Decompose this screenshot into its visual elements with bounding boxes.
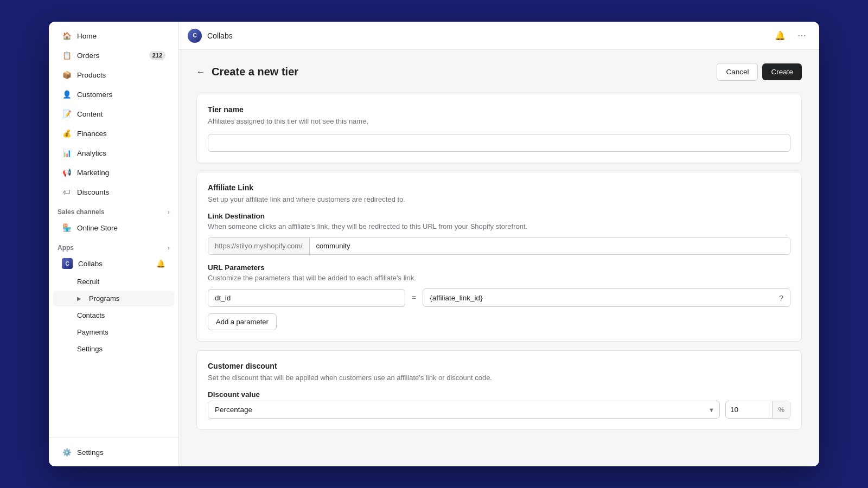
content-icon: 📝 bbox=[62, 109, 72, 119]
sidebar-item-collabs[interactable]: C Collabs 🔔 bbox=[53, 254, 174, 273]
discount-value-label: Discount value bbox=[208, 390, 790, 399]
finances-icon: 💰 bbox=[62, 129, 72, 138]
sidebar-item-orders[interactable]: 📋 Orders 212 bbox=[53, 46, 174, 65]
link-destination-desc: When someone clicks an affiliate's link,… bbox=[208, 222, 790, 230]
notification-bell-icon: 🔔 bbox=[156, 259, 165, 268]
sidebar-sub-item-programs[interactable]: ▶ Programs bbox=[53, 291, 174, 306]
page-header-left: ← Create a new tier bbox=[196, 66, 298, 78]
collabs-app-icon: C bbox=[62, 258, 73, 269]
sidebar-sub-item-contacts[interactable]: Contacts bbox=[53, 307, 174, 323]
sidebar-item-customers[interactable]: 👤 Customers bbox=[53, 85, 174, 104]
param-help-button[interactable]: ? bbox=[773, 289, 790, 306]
param-value-wrapper: ? bbox=[423, 288, 790, 307]
sidebar-sub-item-payments[interactable]: Payments bbox=[53, 324, 174, 340]
store-icon: 🏪 bbox=[62, 223, 72, 233]
question-mark-icon: ? bbox=[779, 293, 783, 303]
customer-discount-title: Customer discount bbox=[208, 362, 790, 370]
sidebar: 🏠 Home 📋 Orders 212 📦 Products 👤 Custome… bbox=[49, 22, 179, 466]
customer-discount-desc: Set the discount that will be applied wh… bbox=[208, 374, 790, 382]
url-input-wrapper: https://stilyo.myshopify.com/ bbox=[208, 237, 790, 255]
sidebar-item-settings[interactable]: ⚙️ Settings bbox=[53, 443, 174, 461]
orders-badge: 212 bbox=[149, 51, 165, 60]
back-button[interactable]: ← bbox=[196, 67, 205, 77]
affiliate-link-card: Affiliate Link Set up your affiliate lin… bbox=[196, 172, 802, 342]
url-suffix-input[interactable] bbox=[310, 237, 790, 254]
notification-button[interactable]: 🔔 bbox=[771, 27, 789, 44]
tier-name-desc: Affiliates assigned to this tier will no… bbox=[208, 117, 790, 125]
create-button[interactable]: Create bbox=[762, 63, 802, 80]
products-icon: 📦 bbox=[62, 70, 72, 80]
marketing-icon: 📢 bbox=[62, 168, 72, 177]
add-parameter-button[interactable]: Add a parameter bbox=[208, 313, 277, 330]
back-arrow-icon: ← bbox=[196, 67, 205, 77]
chevron-right-icon: › bbox=[168, 209, 170, 215]
affiliate-link-desc: Set up your affiliate link and where cus… bbox=[208, 195, 790, 203]
content-area: ← Create a new tier Cancel Create Tier n… bbox=[179, 50, 819, 466]
sidebar-item-online-store[interactable]: 🏪 Online Store bbox=[53, 219, 174, 237]
param-key-input[interactable] bbox=[208, 289, 405, 307]
tier-name-card: Tier name Affiliates assigned to this ti… bbox=[196, 94, 802, 163]
discount-row: Percentage Fixed amount ▼ % bbox=[208, 401, 790, 419]
sidebar-item-finances[interactable]: 💰 Finances bbox=[53, 124, 174, 143]
orders-icon: 📋 bbox=[62, 50, 72, 60]
bell-icon: 🔔 bbox=[775, 30, 786, 41]
topbar-right: 🔔 ⋯ bbox=[771, 27, 810, 44]
discount-value-wrapper: % bbox=[725, 401, 790, 419]
apps-section[interactable]: Apps › bbox=[49, 237, 178, 254]
topbar-title: Collabs bbox=[207, 31, 233, 40]
sidebar-bottom: ⚙️ Settings bbox=[49, 438, 178, 462]
params-row: = ? bbox=[208, 288, 790, 307]
tier-name-title: Tier name bbox=[208, 105, 790, 114]
url-prefix: https://stilyo.myshopify.com/ bbox=[208, 237, 310, 254]
affiliate-link-title: Affiliate Link bbox=[208, 183, 790, 192]
gear-icon: ⚙️ bbox=[62, 447, 72, 457]
equals-sign: = bbox=[412, 293, 416, 302]
discount-type-select[interactable]: Percentage Fixed amount bbox=[208, 401, 720, 419]
sidebar-item-home[interactable]: 🏠 Home bbox=[53, 27, 174, 45]
customers-icon: 👤 bbox=[62, 89, 72, 99]
sidebar-item-discounts[interactable]: 🏷 Discounts bbox=[53, 183, 174, 201]
link-destination-label: Link Destination bbox=[208, 212, 790, 220]
sidebar-item-marketing[interactable]: 📢 Marketing bbox=[53, 163, 174, 182]
url-params-desc: Customize the parameters that will be ad… bbox=[208, 274, 790, 282]
sidebar-sub-item-recruit[interactable]: Recruit bbox=[53, 274, 174, 290]
tier-name-input[interactable] bbox=[208, 134, 790, 152]
chevron-right-icon-apps: › bbox=[168, 245, 170, 251]
active-indicator: ▶ bbox=[77, 296, 81, 301]
analytics-icon: 📊 bbox=[62, 148, 72, 158]
sidebar-item-analytics[interactable]: 📊 Analytics bbox=[53, 144, 174, 162]
page-title: Create a new tier bbox=[212, 66, 298, 78]
top-bar: C Collabs 🔔 ⋯ bbox=[179, 22, 819, 50]
sidebar-item-content[interactable]: 📝 Content bbox=[53, 105, 174, 123]
discount-value-input[interactable] bbox=[726, 401, 772, 418]
more-options-button[interactable]: ⋯ bbox=[793, 27, 810, 44]
header-actions: Cancel Create bbox=[717, 63, 802, 81]
cancel-button[interactable]: Cancel bbox=[717, 63, 758, 81]
sales-channels-section[interactable]: Sales channels › bbox=[49, 202, 178, 218]
sidebar-item-products[interactable]: 📦 Products bbox=[53, 66, 174, 84]
main-area: C Collabs 🔔 ⋯ ← Create a new tier bbox=[179, 22, 819, 466]
param-value-input[interactable] bbox=[423, 290, 773, 306]
collabs-logo: C bbox=[188, 29, 202, 43]
sidebar-sub-item-settings-collabs[interactable]: Settings bbox=[53, 341, 174, 357]
discounts-icon: 🏷 bbox=[62, 187, 72, 197]
ellipsis-icon: ⋯ bbox=[797, 30, 806, 41]
url-params-label: URL Parameters bbox=[208, 264, 790, 272]
discount-type-wrapper: Percentage Fixed amount ▼ bbox=[208, 401, 720, 419]
page-header: ← Create a new tier Cancel Create bbox=[196, 63, 802, 81]
discount-unit: % bbox=[772, 401, 790, 418]
home-icon: 🏠 bbox=[62, 31, 72, 41]
customer-discount-card: Customer discount Set the discount that … bbox=[196, 350, 802, 430]
